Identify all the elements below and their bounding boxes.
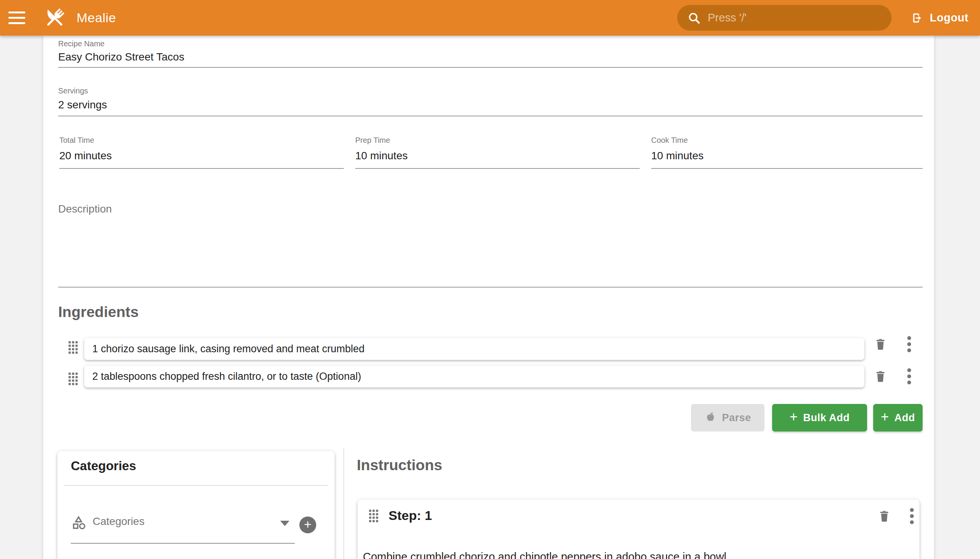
plus-icon: + xyxy=(881,410,889,424)
categories-select[interactable]: Categories xyxy=(93,515,144,528)
drag-handle-icon[interactable] xyxy=(368,509,378,523)
kebab-menu-icon xyxy=(910,508,914,524)
recipe-form-card: Recipe Name Easy Chorizo Street Tacos Se… xyxy=(43,36,934,559)
total-time-underline xyxy=(59,168,344,169)
add-ingredient-button[interactable]: + Add xyxy=(873,404,922,432)
recipe-name-field[interactable]: Easy Chorizo Street Tacos xyxy=(58,51,184,63)
ingredient-input[interactable]: 1 chorizo sausage link, casing removed a… xyxy=(84,338,864,360)
drag-handle-icon[interactable] xyxy=(68,341,78,354)
column-divider xyxy=(344,448,344,559)
categories-select-underline xyxy=(71,543,295,544)
logout-icon xyxy=(911,12,924,25)
servings-label: Servings xyxy=(58,86,88,95)
cook-time-field[interactable]: 10 minutes xyxy=(651,150,704,162)
plus-icon: + xyxy=(304,518,312,531)
recipe-editor-page: Mealie Press '/' Logout Recipe Name Easy… xyxy=(0,0,980,559)
categories-divider xyxy=(64,485,329,486)
bulk-add-label: Bulk Add xyxy=(803,412,850,424)
search-icon xyxy=(687,11,701,25)
total-time-field[interactable]: 20 minutes xyxy=(59,150,112,162)
delete-ingredient-button[interactable] xyxy=(871,335,890,353)
ingredient-menu-button[interactable] xyxy=(900,335,918,353)
app-bar: Mealie Press '/' Logout xyxy=(0,0,980,36)
add-category-button[interactable]: + xyxy=(299,516,316,533)
mealie-logo-icon xyxy=(42,5,68,31)
recipe-name-underline xyxy=(58,67,922,68)
step-menu-button[interactable] xyxy=(903,507,921,525)
parse-label: Parse xyxy=(722,412,751,424)
plus-icon: + xyxy=(789,410,798,424)
step-title: Step: 1 xyxy=(388,508,432,523)
trash-icon xyxy=(874,337,887,351)
kebab-menu-icon xyxy=(907,336,911,352)
prep-time-underline xyxy=(355,168,640,169)
instruction-step-card: Step: 1 Combine crumbled chorizo and chi… xyxy=(357,499,919,559)
ingredients-heading: Ingredients xyxy=(58,304,139,321)
ingredient-menu-button[interactable] xyxy=(900,367,918,385)
trash-icon xyxy=(874,369,887,383)
delete-step-button[interactable] xyxy=(875,506,894,525)
trash-icon xyxy=(878,509,891,523)
parse-button[interactable]: Parse xyxy=(691,404,765,432)
recipe-name-label: Recipe Name xyxy=(58,40,104,48)
categories-card: Categories Categories + xyxy=(58,451,335,559)
cook-time-underline xyxy=(651,168,922,169)
kebab-menu-icon xyxy=(907,368,911,384)
add-label: Add xyxy=(894,412,915,424)
prep-time-field[interactable]: 10 minutes xyxy=(355,150,408,162)
shapes-icon xyxy=(71,514,87,531)
cook-time-label: Cook Time xyxy=(651,136,688,145)
ingredient-text: 1 chorizo sausage link, casing removed a… xyxy=(92,343,364,355)
logout-label: Logout xyxy=(930,12,968,24)
drag-handle-icon[interactable] xyxy=(68,372,78,385)
delete-ingredient-button[interactable] xyxy=(871,367,890,385)
ingredient-input[interactable]: 2 tablespoons chopped fresh cilantro, or… xyxy=(84,366,864,387)
chevron-down-icon[interactable] xyxy=(280,521,289,526)
description-underline xyxy=(58,287,922,288)
apple-icon xyxy=(704,412,717,424)
logout-button[interactable]: Logout xyxy=(911,12,968,25)
servings-underline xyxy=(58,116,922,116)
servings-field[interactable]: 2 servings xyxy=(58,99,107,111)
step-text-field[interactable]: Combine crumbled chorizo and chipotle pe… xyxy=(363,551,910,559)
app-title: Mealie xyxy=(76,10,116,25)
description-field[interactable]: Description xyxy=(58,203,112,215)
ingredient-text: 2 tablespoons chopped fresh cilantro, or… xyxy=(92,370,361,382)
prep-time-label: Prep Time xyxy=(355,136,390,145)
instructions-heading: Instructions xyxy=(357,457,442,474)
search-placeholder: Press '/' xyxy=(708,12,747,24)
bulk-add-button[interactable]: + Bulk Add xyxy=(772,404,867,432)
total-time-label: Total Time xyxy=(59,136,94,145)
hamburger-menu-icon[interactable] xyxy=(8,6,33,30)
categories-title: Categories xyxy=(71,459,136,473)
search-input[interactable]: Press '/' xyxy=(677,5,892,31)
